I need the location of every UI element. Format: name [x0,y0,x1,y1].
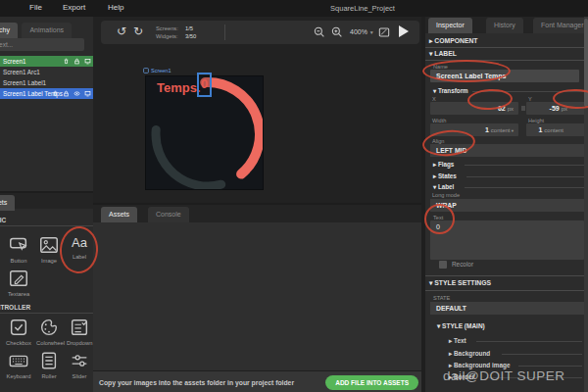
widget-label: Dropdown [67,340,92,346]
textarea-icon [8,268,29,289]
inspector-tabstrip: Inspector History Font Manager [425,17,588,33]
redo-button[interactable]: ↻ [133,24,143,38]
section-controller: CONTROLLER [0,304,93,314]
widget-label: Image [36,258,62,264]
widget-label: Checkbox [6,340,31,346]
eye-icon[interactable] [74,90,80,97]
value-label-widget[interactable]: 0 [201,76,208,91]
style-item-background[interactable]: ▸ Background [449,350,490,358]
widget-label: Button [6,258,31,264]
widget-button[interactable]: Button [6,234,31,264]
tab-hierarchy[interactable]: Hierarchy [0,23,18,38]
tab-assets[interactable]: Assets [101,207,137,222]
delete-icon[interactable] [63,58,70,65]
widget-keyboard[interactable]: Keyboard [6,350,31,379]
text-textarea[interactable]: 0 [430,220,584,260]
style-settings-header[interactable]: ▾ STYLE SETTINGS [429,279,491,287]
canvas-toolbar: ↺ ↻ Screens: 1/5 Widgets: 3/50 400% ▼ [101,21,419,44]
widgets-count-label: Widgets: [156,33,178,39]
section-title: Label [438,183,454,190]
x-stepper[interactable] [521,106,525,111]
hierarchy-row-screen1[interactable]: Screen1 [0,56,93,67]
flags-section-header[interactable]: ▸ Flags [433,161,454,168]
transform-section-header[interactable]: ▾ Transform [433,87,468,94]
widgets-tabstrip: Widgets [0,193,93,209]
widget-roller[interactable]: Roller [36,350,62,379]
design-screen[interactable]: Temps. 0 [146,76,263,189]
hierarchy-row-label1[interactable]: Screen1 Label1 [0,77,93,88]
label-props-section-header[interactable]: ▾ Label [433,183,454,190]
tab-console[interactable]: Console [148,207,189,222]
section-title: Flags [438,161,454,168]
inspector-scrollbar[interactable] [584,17,588,392]
widget-dropdown[interactable]: Dropdown [67,317,92,346]
window-title: SquareLine_Project [294,4,431,13]
menu-export[interactable]: Export [63,3,85,12]
filter-input[interactable]: Filter text... [0,38,84,51]
zoom-out-icon[interactable] [313,25,326,39]
roller-icon [38,350,60,371]
label-section-header[interactable]: ▾ LABEL [429,50,457,58]
tab-font-manager[interactable]: Font Manager [533,18,588,33]
style-item-text[interactable]: ▸ Text [449,337,466,345]
menu-bar: File Export Help SquareLine_Project [0,0,588,17]
long-mode-dropdown[interactable]: WRAP [430,199,584,212]
widget-checkbox[interactable]: Checkbox [6,317,31,346]
widget-label: Keyboard [6,373,31,379]
y-value: -59 [550,105,560,112]
width-value: 1 [485,126,489,133]
widgets-count-value: 3/50 [185,33,196,39]
toolbar-separator [224,24,225,40]
image-icon [38,234,60,256]
widget-slider[interactable]: Slider [67,350,92,379]
button-icon [8,234,29,256]
lock-icon[interactable] [63,90,70,97]
assets-tabstrip: Assets Console [93,205,421,222]
style-item-label: Background image [454,362,511,368]
tab-inspector[interactable]: Inspector [428,18,472,33]
add-file-into-assets-button[interactable]: ADD FILE INTO ASSETS [325,375,418,390]
row-label: Screen1 Label1 [3,79,46,86]
row-label: Screen1 Arc1 [3,69,40,75]
tab-history[interactable]: History [486,18,523,33]
width-unit: content ▾ [491,127,514,133]
x-unit: px [508,106,514,112]
screen-icon[interactable] [84,58,91,65]
watermark: dail@DOIT SUPER [443,368,565,383]
section-title: LABEL [434,50,457,57]
widget-textarea[interactable]: Textarea [6,268,31,297]
zoom-in-icon[interactable] [330,25,344,39]
hierarchy-row-label-temps[interactable]: Screen1 Label Temps [0,88,93,99]
state-dropdown[interactable]: DEFAULT [430,302,584,315]
screen-icon[interactable] [84,90,91,97]
screens-count-value: 1/5 [185,25,193,31]
menu-help[interactable]: Help [108,3,123,12]
height-value: 1 [538,126,542,133]
zoom-level-dropdown[interactable]: 400% ▼ [350,28,374,35]
widget-label: Roller [36,373,62,379]
play-button[interactable] [399,25,409,37]
keyboard-icon [8,350,29,371]
lock-icon[interactable] [74,58,80,65]
component-section-header[interactable]: ▸ COMPONENT [429,37,478,45]
annotation-circle-name [422,60,511,82]
menu-file[interactable]: File [29,3,42,12]
section-title: COMPONENT [434,37,477,44]
long-mode-label: Long mode [432,192,460,198]
fit-view-icon[interactable] [377,25,391,39]
widget-image[interactable]: Image [36,234,62,264]
delete-icon[interactable] [52,90,59,97]
selection-box[interactable]: 0 [197,73,212,97]
style-main-header[interactable]: ▾ STYLE (MAIN) [437,322,485,330]
widget-colorwheel[interactable]: Colorwheel [36,317,62,346]
undo-button[interactable]: ↺ [117,24,126,38]
temps-label-widget[interactable]: Temps. [157,80,201,95]
height-input[interactable]: 1 content [526,123,588,136]
recolor-checkbox[interactable] [439,261,447,269]
tab-widgets[interactable]: Widgets [0,195,15,211]
tab-animations[interactable]: Animations [22,23,72,38]
states-section-header[interactable]: ▸ States [433,172,457,179]
screen-tag[interactable]: Screen1 [143,68,172,74]
canvas-area[interactable]: ↺ ↻ Screens: 1/5 Widgets: 3/50 400% ▼ Sc… [93,17,421,203]
hierarchy-row-arc1[interactable]: Screen1 Arc1 [0,67,93,77]
